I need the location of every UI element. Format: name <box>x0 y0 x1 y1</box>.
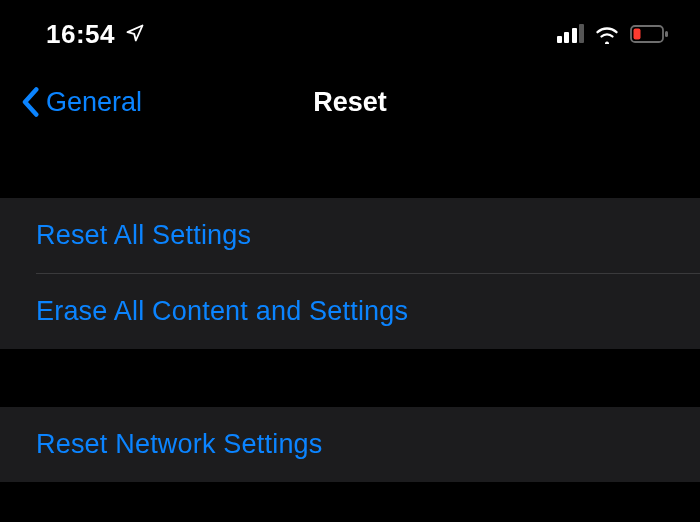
reset-all-settings-row[interactable]: Reset All Settings <box>0 198 700 273</box>
reset-section-1: Reset All Settings Erase All Content and… <box>0 198 700 349</box>
erase-all-content-label: Erase All Content and Settings <box>36 296 408 326</box>
location-arrow-icon <box>125 19 145 50</box>
erase-all-content-row[interactable]: Erase All Content and Settings <box>0 274 700 349</box>
status-bar-left: 16:54 <box>46 19 145 50</box>
reset-all-settings-label: Reset All Settings <box>36 220 251 250</box>
bottom-edge <box>0 482 700 490</box>
back-button-label: General <box>46 87 142 118</box>
status-bar-right <box>557 24 671 44</box>
reset-network-settings-row[interactable]: Reset Network Settings <box>0 407 700 482</box>
battery-low-icon <box>630 24 670 44</box>
page-title: Reset <box>313 87 387 118</box>
reset-section-2: Reset Network Settings <box>0 407 700 482</box>
reset-network-settings-label: Reset Network Settings <box>36 429 323 459</box>
svg-rect-2 <box>665 31 668 37</box>
chevron-left-icon <box>20 87 40 117</box>
svg-rect-1 <box>634 29 641 40</box>
section-spacer <box>0 349 700 407</box>
status-bar: 16:54 <box>0 0 700 70</box>
section-spacer <box>0 142 700 198</box>
back-button[interactable]: General <box>20 87 142 118</box>
nav-bar: General Reset <box>0 70 700 142</box>
status-time: 16:54 <box>46 19 115 50</box>
wifi-icon <box>594 24 620 44</box>
cellular-signal-icon <box>557 25 585 43</box>
